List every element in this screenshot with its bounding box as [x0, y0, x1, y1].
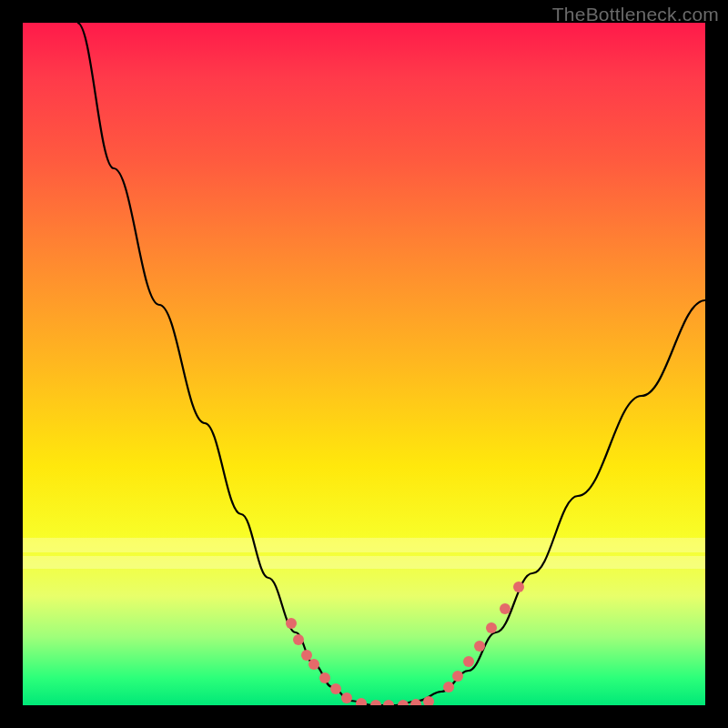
highlight-dot	[301, 650, 312, 661]
curve-svg	[23, 23, 705, 705]
highlight-dot	[308, 659, 319, 670]
highlight-dot	[383, 700, 394, 705]
highlight-dot	[398, 700, 409, 705]
highlight-dot	[330, 683, 341, 694]
highlight-dot	[463, 656, 474, 667]
highlight-dots	[286, 581, 524, 705]
highlight-dot	[286, 618, 297, 629]
highlight-dot	[500, 603, 511, 614]
highlight-dot	[341, 693, 352, 703]
highlight-dot	[452, 671, 463, 682]
highlight-dot	[486, 622, 497, 633]
highlight-dot	[423, 696, 434, 705]
highlight-dot	[513, 581, 524, 592]
highlight-dot	[293, 634, 304, 645]
bottleneck-curve-path	[77, 23, 705, 705]
chart-frame: TheBottleneck.com	[0, 0, 728, 728]
highlight-dot	[474, 641, 485, 652]
highlight-dot	[356, 698, 367, 705]
highlight-dot	[370, 700, 381, 705]
plot-area	[23, 23, 705, 705]
highlight-dot	[319, 672, 330, 683]
highlight-dot	[443, 682, 454, 693]
